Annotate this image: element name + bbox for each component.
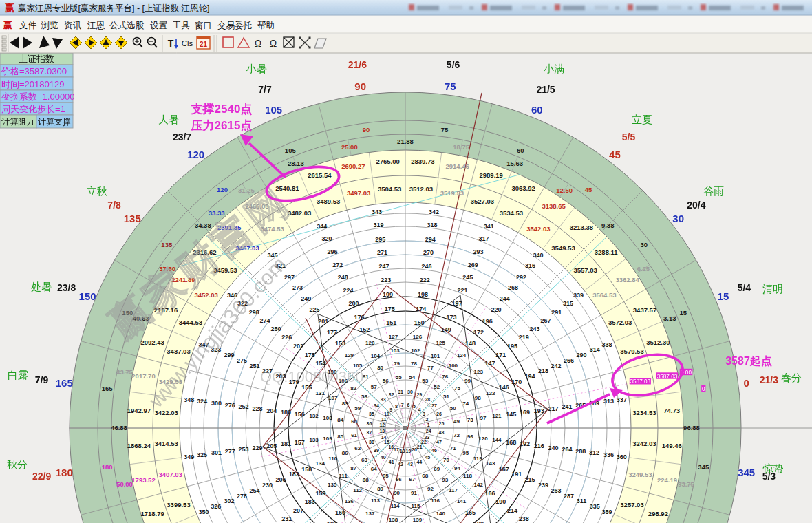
svg-text:1942.97: 1942.97 — [127, 407, 151, 414]
svg-text:165: 165 — [102, 385, 114, 392]
svg-text:45: 45 — [425, 455, 430, 460]
svg-text:21/6: 21/6 — [348, 59, 367, 70]
svg-text:302: 302 — [224, 498, 235, 504]
svg-text:72: 72 — [453, 432, 460, 438]
svg-text:244: 244 — [500, 295, 510, 302]
svg-text:144: 144 — [492, 437, 502, 443]
svg-text:秋分: 秋分 — [7, 458, 28, 470]
svg-text:242: 242 — [551, 363, 561, 370]
svg-text:129: 129 — [345, 352, 354, 359]
svg-text:317: 317 — [478, 235, 489, 242]
svg-text:105: 105 — [285, 147, 297, 154]
svg-text:15: 15 — [718, 290, 729, 302]
svg-text:139: 139 — [413, 517, 423, 523]
svg-text:29: 29 — [416, 392, 422, 397]
svg-text:251: 251 — [249, 363, 259, 370]
svg-text:124: 124 — [457, 352, 467, 359]
svg-text:3542.03: 3542.03 — [526, 225, 550, 233]
svg-text:295: 295 — [375, 236, 385, 243]
svg-text:大暑: 大暑 — [158, 114, 179, 125]
svg-text:171: 171 — [495, 352, 506, 359]
svg-text:85: 85 — [337, 434, 343, 440]
svg-text:119: 119 — [473, 456, 482, 462]
svg-text:98: 98 — [475, 395, 481, 401]
svg-text:2839.73: 2839.73 — [411, 158, 434, 165]
svg-text:43.75: 43.75 — [116, 368, 133, 376]
svg-text:83: 83 — [342, 401, 348, 407]
svg-text:30: 30 — [407, 389, 413, 394]
svg-text:25.00: 25.00 — [341, 143, 358, 151]
svg-text:115: 115 — [411, 503, 420, 509]
svg-text:3527.03: 3527.03 — [471, 198, 494, 205]
svg-text:82: 82 — [350, 385, 356, 392]
svg-text:199: 199 — [383, 291, 393, 298]
svg-text:支撑2540点: 支撑2540点 — [191, 103, 253, 116]
svg-text:3512.03: 3512.03 — [409, 185, 433, 193]
svg-text:77: 77 — [427, 365, 434, 371]
svg-text:116: 116 — [431, 498, 440, 504]
svg-text:3234.53: 3234.53 — [632, 409, 656, 416]
svg-text:243: 243 — [529, 325, 539, 332]
svg-text:117: 117 — [449, 487, 458, 493]
svg-text:10: 10 — [384, 412, 389, 416]
svg-text:3587.03: 3587.03 — [630, 378, 650, 385]
svg-text:294: 294 — [425, 236, 436, 243]
svg-text:45: 45 — [609, 149, 621, 160]
svg-text:2: 2 — [425, 417, 428, 422]
svg-text:157: 157 — [295, 439, 305, 446]
svg-text:75: 75 — [441, 126, 449, 134]
svg-text:194: 194 — [525, 373, 535, 380]
svg-text:109: 109 — [323, 436, 332, 442]
svg-text:226: 226 — [281, 334, 292, 341]
svg-text:128: 128 — [365, 340, 375, 346]
svg-text:224.19: 224.19 — [657, 476, 677, 484]
svg-text:84: 84 — [337, 417, 343, 423]
svg-text:42: 42 — [398, 462, 403, 467]
svg-text:41: 41 — [389, 460, 394, 465]
svg-text:105: 105 — [265, 104, 282, 116]
svg-text:314: 314 — [590, 346, 600, 353]
svg-text:3: 3 — [423, 412, 425, 416]
svg-text:3422.03: 3422.03 — [155, 409, 178, 416]
svg-text:134: 134 — [316, 460, 325, 467]
svg-text:Ω: Ω — [270, 38, 277, 49]
svg-text:60: 60 — [531, 104, 543, 116]
svg-text:201: 201 — [318, 318, 328, 325]
svg-text:交易委托: 交易委托 — [217, 21, 253, 30]
svg-text:240: 240 — [548, 445, 559, 451]
svg-text:1718.79: 1718.79 — [140, 510, 164, 517]
svg-text:36: 36 — [367, 421, 372, 426]
svg-text:107: 107 — [328, 395, 338, 401]
svg-text:7/9: 7/9 — [35, 374, 49, 385]
svg-text:159: 159 — [315, 490, 325, 497]
svg-text:3557.03: 3557.03 — [573, 266, 597, 274]
svg-text:114: 114 — [391, 503, 400, 509]
svg-text:148: 148 — [465, 340, 476, 347]
svg-text:15: 15 — [679, 309, 687, 317]
svg-text:2017.70: 2017.70 — [131, 372, 155, 380]
svg-text:40: 40 — [381, 455, 386, 460]
svg-text:132: 132 — [309, 413, 319, 419]
svg-text:窗口: 窗口 — [195, 21, 212, 30]
svg-text:51: 51 — [443, 394, 449, 400]
svg-text:135: 135 — [161, 241, 173, 248]
svg-text:QQ:100800360: QQ:100800360 — [260, 368, 363, 385]
svg-text:135: 135 — [124, 213, 141, 224]
svg-text:赢: 赢 — [3, 20, 12, 30]
svg-text:94: 94 — [454, 465, 460, 471]
svg-text:86: 86 — [342, 450, 348, 456]
svg-text:2690.27: 2690.27 — [341, 162, 365, 170]
svg-text:297: 297 — [284, 274, 295, 281]
svg-text:102: 102 — [411, 348, 420, 354]
svg-text:1868.24: 1868.24 — [127, 442, 151, 449]
svg-text:0: 0 — [702, 386, 705, 392]
svg-text:206: 206 — [275, 476, 286, 483]
svg-text:336: 336 — [603, 451, 614, 458]
svg-text:53: 53 — [422, 378, 428, 384]
svg-text:249: 249 — [301, 295, 311, 302]
svg-text:193: 193 — [534, 407, 544, 414]
svg-text:110: 110 — [328, 456, 337, 462]
svg-text:221: 221 — [457, 287, 467, 294]
svg-text:62: 62 — [354, 445, 361, 451]
svg-text:31: 31 — [398, 389, 403, 394]
